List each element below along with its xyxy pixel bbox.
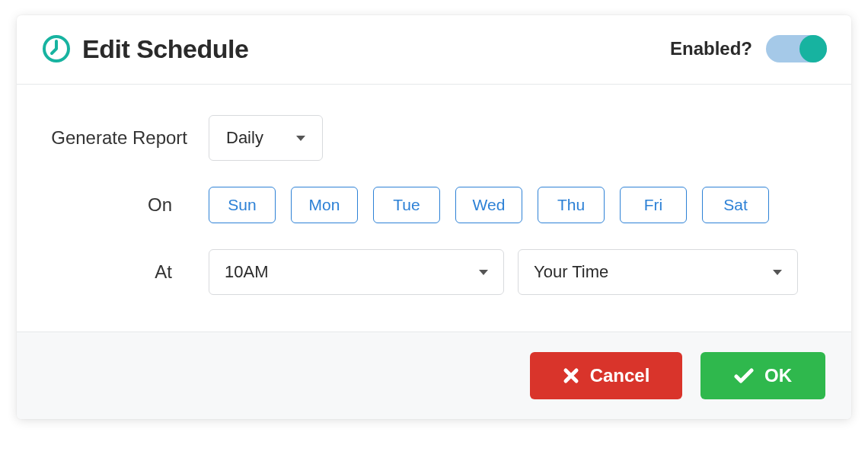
edit-schedule-modal: Edit Schedule Enabled? Generate Report D…: [17, 15, 851, 419]
close-icon: [563, 367, 579, 384]
timezone-value: Your Time: [534, 262, 608, 282]
generate-report-label: Generate Report: [47, 127, 209, 149]
at-label: At: [47, 261, 209, 283]
day-button-fri[interactable]: Fri: [620, 187, 687, 223]
day-button-thu[interactable]: Thu: [538, 187, 605, 223]
clock-icon: [41, 34, 72, 64]
chevron-down-icon: [296, 136, 305, 141]
title-wrap: Edit Schedule: [41, 34, 248, 64]
modal-title: Edit Schedule: [82, 34, 248, 64]
timezone-dropdown[interactable]: Your Time: [518, 249, 798, 295]
time-dropdown[interactable]: 10AM: [209, 249, 504, 295]
row-on: On Sun Mon Tue Wed Thu Fri Sat: [47, 187, 821, 223]
day-button-sun[interactable]: Sun: [209, 187, 276, 223]
modal-header: Edit Schedule Enabled?: [17, 15, 851, 85]
day-button-mon[interactable]: Mon: [291, 187, 358, 223]
on-label: On: [47, 194, 209, 216]
modal-footer: Cancel OK: [17, 331, 851, 419]
ok-button[interactable]: OK: [700, 352, 825, 399]
time-value: 10AM: [225, 262, 268, 282]
ok-label: OK: [764, 365, 792, 386]
day-button-tue[interactable]: Tue: [373, 187, 440, 223]
at-group: 10AM Your Time: [209, 249, 798, 295]
modal-body: Generate Report Daily On Sun Mon Tue Wed…: [17, 85, 851, 331]
row-generate-report: Generate Report Daily: [47, 115, 821, 161]
enabled-label: Enabled?: [670, 38, 752, 59]
chevron-down-icon: [773, 270, 782, 275]
chevron-down-icon: [479, 270, 488, 275]
toggle-knob: [799, 35, 827, 62]
cancel-label: Cancel: [590, 365, 650, 386]
enabled-wrap: Enabled?: [670, 35, 827, 62]
row-at: At 10AM Your Time: [47, 249, 821, 295]
frequency-value: Daily: [226, 128, 263, 148]
day-button-wed[interactable]: Wed: [455, 187, 522, 223]
check-icon: [734, 367, 754, 384]
enabled-toggle[interactable]: [766, 35, 827, 62]
frequency-dropdown[interactable]: Daily: [209, 115, 323, 161]
days-group: Sun Mon Tue Wed Thu Fri Sat: [209, 187, 769, 223]
cancel-button[interactable]: Cancel: [530, 352, 682, 399]
day-button-sat[interactable]: Sat: [702, 187, 769, 223]
